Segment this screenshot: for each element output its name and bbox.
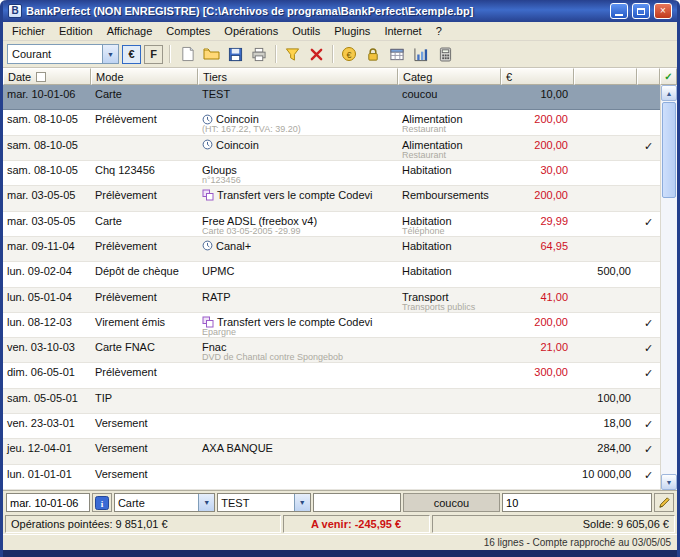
lock-icon[interactable] — [362, 43, 384, 65]
new-file-icon[interactable] — [176, 43, 198, 65]
menu-item-edition[interactable]: Edition — [52, 23, 100, 39]
cell-debit — [501, 465, 574, 489]
clock-icon — [202, 114, 213, 125]
cell-categ: HabitationTéléphone — [398, 212, 501, 236]
table-row[interactable]: dim. 06-05-01Prélèvement300,00✓ — [3, 363, 660, 388]
scrollbar-thumb[interactable] — [662, 102, 676, 198]
currency-franc-button[interactable]: F — [144, 45, 163, 64]
edit-category-button[interactable]: coucou — [403, 493, 500, 512]
col-header-date[interactable]: Date — [3, 68, 91, 85]
table-row[interactable]: jeu. 12-04-01VersementAXA BANQUE284,00✓ — [3, 439, 660, 464]
col-header-pointed[interactable] — [637, 68, 660, 85]
cell-tiers — [198, 414, 398, 438]
cell-mode: Chq 123456 — [91, 161, 198, 185]
table-row[interactable]: lun. 05-01-04PrélèvementRATPTransportTra… — [3, 288, 660, 313]
date-filter-checkbox[interactable] — [36, 72, 46, 82]
edit-tiers-select[interactable]: TEST ▼ — [217, 493, 310, 512]
table-row[interactable]: lun. 08-12-03Virement émisTransfert vers… — [3, 313, 660, 338]
menu-item-fichier[interactable]: Fichier — [5, 23, 52, 39]
cell-pointed — [637, 110, 660, 134]
cell-credit — [574, 288, 637, 312]
table-row[interactable]: sam. 08-10-05PrélèvementCoincoin(HT: 167… — [3, 110, 660, 135]
chevron-down-icon[interactable]: ▼ — [102, 45, 118, 63]
close-button[interactable]: × — [654, 3, 672, 19]
menu-item-internet[interactable]: Internet — [377, 23, 428, 39]
table-row[interactable]: lun. 09-02-04Dépôt de chèqueUPMCHabitati… — [3, 262, 660, 287]
bank-icon[interactable]: € — [338, 43, 360, 65]
cell-debit: 200,00 — [501, 313, 574, 337]
edit-mode-select[interactable]: Carte ▼ — [114, 493, 215, 512]
chevron-down-icon[interactable]: ▼ — [198, 494, 214, 511]
col-header-categ[interactable]: Categ — [398, 68, 501, 85]
cell-mode: TIP — [91, 389, 198, 413]
table-row[interactable]: sam. 08-10-05Chq 123456Gloupsn°123456Hab… — [3, 161, 660, 186]
cell-debit: 200,00 — [501, 136, 574, 160]
cell-tiers — [198, 389, 398, 413]
filter-icon[interactable] — [281, 43, 303, 65]
print-icon[interactable] — [248, 43, 270, 65]
chart-icon[interactable] — [410, 43, 432, 65]
menu-item-outils[interactable]: Outils — [285, 23, 327, 39]
menu-item-help[interactable]: ? — [429, 23, 449, 39]
table-row[interactable]: mar. 10-01-06CarteTESTcoucou10,00 — [3, 85, 660, 110]
table-row[interactable]: mar. 03-05-05PrélèvementTransfert vers l… — [3, 186, 660, 211]
col-header-tiers[interactable]: Tiers — [198, 68, 398, 85]
chevron-down-icon[interactable]: ▼ — [294, 494, 310, 511]
calculator-icon[interactable] — [434, 43, 456, 65]
col-header-debit[interactable]: € — [501, 68, 574, 85]
clock-icon — [202, 139, 213, 150]
cell-mode: Carte FNAC — [91, 338, 198, 362]
menu-item-oprations[interactable]: Opérations — [217, 23, 285, 39]
clear-filter-icon[interactable] — [305, 43, 327, 65]
edit-pencil-button[interactable] — [654, 493, 674, 512]
minimize-button[interactable] — [610, 3, 628, 19]
edit-date-input[interactable] — [6, 493, 90, 512]
cell-credit — [574, 313, 637, 337]
cell-tiers: Coincoin(HT: 167.22, TVA: 39.20) — [198, 110, 398, 134]
pointed-all-button[interactable]: ✓ — [660, 68, 677, 85]
menu-item-affichage[interactable]: Affichage — [100, 23, 160, 39]
table-row[interactable]: lun. 01-01-01Versement10 000,00✓ — [3, 465, 660, 490]
cell-pointed: ✓ — [637, 363, 660, 387]
cell-date: mar. 09-11-04 — [3, 237, 91, 261]
cell-pointed — [637, 161, 660, 185]
cell-categ — [398, 363, 501, 387]
table-row[interactable]: mar. 09-11-04PrélèvementCanal+Habitation… — [3, 237, 660, 262]
account-select[interactable]: Courant ▼ — [7, 44, 119, 64]
cell-date: mar. 03-05-05 — [3, 186, 91, 210]
cell-pointed — [637, 389, 660, 413]
footer-text: 16 lignes - Compte rapproché au 03/05/05 — [484, 537, 671, 548]
col-header-credit[interactable] — [574, 68, 637, 85]
cell-tiers: UPMC — [198, 262, 398, 286]
edit-amount-input[interactable] — [502, 493, 652, 512]
vertical-scrollbar[interactable]: ▲ ▼ — [660, 85, 677, 490]
table-row[interactable]: sam. 08-10-05CoincoinAlimentationRestaur… — [3, 136, 660, 161]
scroll-down-button[interactable]: ▼ — [661, 474, 677, 490]
currency-euro-button[interactable]: € — [122, 45, 141, 64]
table-row[interactable]: mar. 03-05-05CarteFree ADSL (freebox v4)… — [3, 212, 660, 237]
cell-credit — [574, 338, 637, 362]
menu-item-comptes[interactable]: Comptes — [159, 23, 217, 39]
cell-tiers: Gloupsn°123456 — [198, 161, 398, 185]
menu-item-plugins[interactable]: Plugins — [327, 23, 377, 39]
table-row[interactable]: ven. 03-10-03Carte FNACFnacDVD de Chanta… — [3, 338, 660, 363]
table-icon[interactable] — [386, 43, 408, 65]
toolbar-icons: € — [176, 43, 456, 65]
cell-debit: 21,00 — [501, 338, 574, 362]
titlebar[interactable]: B BankPerfect (NON ENREGISTRE) [C:\Archi… — [3, 0, 677, 22]
account-select-value: Courant — [8, 48, 102, 60]
scrollbar-track[interactable] — [661, 101, 677, 474]
toolbar-separator — [169, 45, 170, 63]
table-row[interactable]: ven. 23-03-01Versement18,00✓ — [3, 414, 660, 439]
transfer-icon — [202, 189, 214, 201]
col-header-mode[interactable]: Mode — [91, 68, 198, 85]
table-row[interactable]: sam. 05-05-01TIP100,00 — [3, 389, 660, 414]
cell-credit — [574, 161, 637, 185]
save-icon[interactable] — [224, 43, 246, 65]
scroll-up-button[interactable]: ▲ — [661, 85, 677, 101]
info-button[interactable]: i — [92, 493, 112, 512]
open-folder-icon[interactable] — [200, 43, 222, 65]
maximize-button[interactable] — [632, 3, 650, 19]
cell-date: sam. 08-10-05 — [3, 161, 91, 185]
edit-comment-input[interactable] — [313, 493, 401, 512]
